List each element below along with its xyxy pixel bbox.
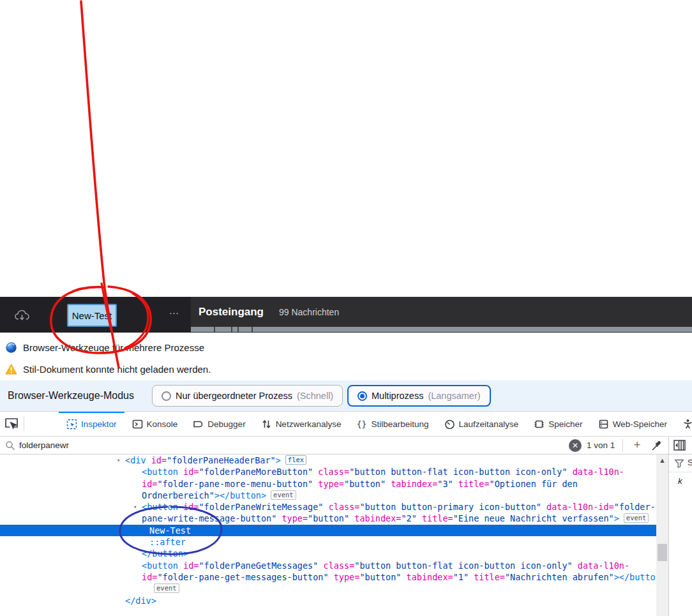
syntax-token: Ordnerbereich" [142,490,214,500]
tab-accessibility[interactable] [675,412,692,436]
message-list-header-bar: Posteingang 99 Nachrichten [191,297,692,327]
styleeditor-icon: {} [356,419,367,430]
syntax-token: "button button-flat icon-button icon-onl… [354,560,578,571]
storage-icon [598,419,609,430]
syntax-token: "button button-flat icon-button icon-onl… [349,467,573,477]
flex-badge[interactable]: flex [285,455,306,465]
syntax-token: data-l10n-id= [546,502,614,512]
tab-debugger[interactable]: Debugger [185,412,253,436]
markup-line[interactable]: event [0,583,656,594]
folder-pane-more-button[interactable]: ... [165,305,184,320]
event-badge[interactable]: event [271,490,296,500]
tab-label: Netzwerkanalyse [276,419,342,429]
syntax-token: id= [183,502,199,512]
toolbox-mode-bar: Browser-Werkzeuge-Modus Nur übergeordnet… [0,380,692,412]
markup-line-selected[interactable]: New-Test [0,525,656,536]
syntax-token: tabindex= [407,572,453,582]
clear-search-icon[interactable]: ✕ [569,439,582,452]
tab-inspektor[interactable]: Inspektor [59,412,124,436]
syntax-token: "3" [437,479,458,489]
element-picker-icon[interactable] [4,416,19,432]
syntax-token: title= [458,479,490,489]
cloud-download-icon[interactable] [14,308,31,324]
syntax-token: id= [183,560,199,571]
add-button[interactable]: + [629,437,645,453]
inspector-search-bar: ✕ 1 von 1 + [0,437,668,454]
tab-speicher[interactable]: Speicher [526,412,590,436]
mode-option-multiprocess[interactable]: Multiprozess (Langsamer) [347,385,491,407]
firefox-icon [5,342,17,354]
syntax-token: "folderPaneHeaderBar" [167,455,276,465]
syntax-token: class= [318,467,349,477]
syntax-token: "Eine neue Nachricht verfassen" [453,513,614,523]
browser-toolbox-window: Posteingang 99 Nachrichten New-Test ... … [0,0,692,616]
syntax-token: type= [318,479,344,489]
stylesheet-warning-text: Stil-Dokument konnte nicht geladen werde… [23,364,211,375]
markup-line[interactable]: ::after [0,536,656,548]
eyedropper-icon[interactable] [651,439,663,452]
filter-placeholder-partial: S [688,458,692,467]
event-badge[interactable]: event [154,583,179,593]
syntax-token: > [614,513,619,523]
syntax-token: data-l10n- [578,560,629,571]
syntax-token: "button" [359,572,406,582]
markup-line[interactable]: ▾<div id="folderPaneHeaderBar">flex [0,454,656,466]
markup-line[interactable]: Ordnerbereich"></button>event [0,490,656,501]
scrollbar-thumb[interactable] [658,544,667,561]
markup-line[interactable]: </div> [0,595,656,606]
syntax-token: tabindex= [354,513,401,523]
tab-label: Inspektor [81,419,117,429]
network-icon [261,419,272,430]
sidebar-toggle-icon[interactable] [673,440,686,451]
syntax-token: </button> [142,548,188,559]
markup-line[interactable]: id="folder-pane-get-messages-button" typ… [0,571,656,583]
syntax-token: New-Test [149,525,191,536]
syntax-token: <button [142,502,183,512]
markup-line[interactable]: ▾<button id="folderPaneWriteMessage" cla… [0,501,656,513]
event-badge[interactable]: event [624,513,649,523]
mode-option-parent-process[interactable]: Nur übergeordneter Prozess (Schnell) [152,385,343,407]
expand-twisty-icon[interactable]: ▾ [133,501,137,513]
sort-strip-tick [237,327,239,332]
tab-netzwerkanalyse[interactable]: Netzwerkanalyse [253,412,349,436]
inspector-icon [66,419,77,430]
markup-view: ▾<div id="folderPaneHeaderBar">flex<butt… [0,454,656,616]
folder-title: Posteingang [199,306,264,319]
syntax-token: "folderPaneMoreButton" [199,467,318,477]
syntax-token: class= [324,560,355,571]
tabbar-separator [24,417,24,431]
markup-line[interactable]: <button id="folderPaneMoreButton" class=… [0,466,656,477]
toolbox-target-text: Browser-Werkzeuge für mehrere Prozesse [23,342,204,353]
rules-partial-text: k [678,476,682,486]
tab-stilbearbeitung[interactable]: {}Stilbearbeitung [349,412,436,436]
syntax-token: "button" [308,513,354,523]
mode-option-hint: (Schnell) [297,391,333,401]
syntax-token: title= [422,513,453,523]
filter-icon[interactable] [674,458,684,469]
devtools-tabbar: InspektorKonsoleDebuggerNetzwerkanalyse{… [0,412,692,437]
accessibility-icon [682,419,692,430]
tab-label: Stilbearbeitung [371,419,428,429]
tab-label: Web-Speicher [613,419,667,429]
markup-line[interactable]: id="folder-pane-more-menu-button" type="… [0,478,656,490]
syntax-token: id= [142,479,157,489]
expand-twisty-icon[interactable]: ▾ [117,454,120,466]
tab-laufzeitanalyse[interactable]: Laufzeitanalyse [437,412,527,436]
tab-label: Debugger [207,419,245,429]
debugger-icon [193,419,204,430]
message-list-sort-strip [191,327,692,333]
syntax-token: "2" [401,513,422,523]
tab-label: Konsole [147,419,178,429]
scrollbar-up-icon[interactable]: ▲ [656,456,668,465]
search-input[interactable] [19,437,377,453]
sort-strip-tick [214,327,215,332]
syntax-token: <button [142,560,183,571]
write-message-button[interactable]: New-Test [67,304,117,327]
markup-line[interactable]: </button> [0,548,656,559]
tab-konsole[interactable]: Konsole [124,412,186,436]
markup-line[interactable]: <button id="folderPaneGetMessages" class… [0,560,656,571]
toolbar-strip-left [0,327,191,333]
markup-line[interactable]: pane-write-message-button" type="button"… [0,513,656,524]
tab-web-speicher[interactable]: Web-Speicher [590,412,675,436]
markup-scrollbar[interactable]: ▲ [656,454,668,616]
